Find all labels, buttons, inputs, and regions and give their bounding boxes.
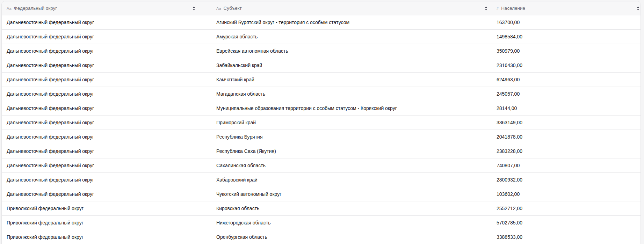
cell-federal-district[interactable]: Дальневосточный федеральный округ [2,105,211,111]
table-row[interactable]: Дальневосточный федеральный округ Хабаро… [2,173,641,187]
cell-population[interactable]: 1498584,00 [492,34,641,39]
table-row[interactable]: Дальневосточный федеральный округ Муници… [2,101,641,116]
grid-header-row: Аа Федеральный округ Аа Субъект # Населе [2,1,641,15]
table-row[interactable]: Дальневосточный федеральный округ Респуб… [2,130,641,144]
column-header-label: Субъект [224,6,242,11]
table-row[interactable]: Приволжский федеральный округ Кировская … [2,201,641,216]
table-row[interactable]: Дальневосточный федеральный округ Забайк… [2,58,641,73]
cell-federal-district[interactable]: Приволжский федеральный округ [2,206,211,211]
cell-federal-district[interactable]: Дальневосточный федеральный округ [2,20,211,25]
cell-population[interactable]: 2316430,00 [492,62,641,68]
table-row[interactable]: Дальневосточный федеральный округ Магада… [2,87,641,101]
cell-subject[interactable]: Еврейская автономная область [211,48,492,54]
cell-population[interactable]: 350979,00 [492,48,641,54]
table-row[interactable]: Дальневосточный федеральный округ Амурск… [2,30,641,44]
cell-population[interactable]: 245057,00 [492,91,641,97]
cell-subject[interactable]: Муниципальные образования территории с о… [211,105,492,111]
text-field-type-icon: Аа [216,6,221,10]
cell-subject[interactable]: Сахалинская область [211,163,492,168]
column-header-subject[interactable]: Аа Субъект [211,1,492,15]
table-row[interactable]: Дальневосточный федеральный округ Агинск… [2,15,641,30]
cell-subject[interactable]: Чукотский автономный округ [211,191,492,197]
cell-subject[interactable]: Республика Бурятия [211,134,492,140]
column-header-population[interactable]: # Население [492,1,641,15]
cell-population[interactable]: 103602,00 [492,191,641,197]
cell-federal-district[interactable]: Дальневосточный федеральный округ [2,134,211,140]
table-row[interactable]: Дальневосточный федеральный округ Респуб… [2,144,641,158]
table-row[interactable]: Приволжский федеральный округ Нижегородс… [2,216,641,230]
cell-federal-district[interactable]: Дальневосточный федеральный округ [2,148,211,154]
cell-population[interactable]: 28144,00 [492,105,641,111]
table-row[interactable]: Дальневосточный федеральный округ Чукотс… [2,187,641,201]
table-row[interactable]: Дальневосточный федеральный округ Сахали… [2,158,641,173]
number-field-type-icon: # [497,6,499,10]
cell-federal-district[interactable]: Дальневосточный федеральный округ [2,48,211,54]
column-header-label: Федеральный округ [14,6,57,11]
cell-federal-district[interactable]: Приволжский федеральный округ [2,220,211,225]
cell-population[interactable]: 5702785,00 [492,220,641,225]
grid-body: Дальневосточный федеральный округ Агинск… [2,15,641,244]
cell-subject[interactable]: Приморский край [211,120,492,125]
cell-population[interactable]: 2383228,00 [492,148,641,154]
cell-subject[interactable]: Амурская область [211,34,492,39]
cell-federal-district[interactable]: Дальневосточный федеральный округ [2,177,211,183]
cell-population[interactable]: 3388533,00 [492,234,641,240]
table-row[interactable]: Приволжский федеральный округ Оренбургск… [2,230,641,244]
cell-subject[interactable]: Агинский Бурятский округ - территория с … [211,20,492,25]
sort-toggle-icon[interactable] [637,6,639,10]
cell-subject[interactable]: Хабаровский край [211,177,492,183]
table-row[interactable]: Дальневосточный федеральный округ Еврейс… [2,44,641,58]
cell-population[interactable]: 624963,00 [492,77,641,82]
text-field-type-icon: Аа [7,6,12,10]
table-row[interactable]: Дальневосточный федеральный округ Камчат… [2,73,641,87]
cell-federal-district[interactable]: Дальневосточный федеральный округ [2,120,211,125]
cell-federal-district[interactable]: Приволжский федеральный округ [2,234,211,240]
sort-toggle-icon[interactable] [193,6,195,10]
sort-toggle-icon[interactable] [485,6,487,10]
data-grid: Аа Федеральный округ Аа Субъект # Населе [1,1,641,244]
cell-subject[interactable]: Кировская область [211,206,492,211]
column-header-federal-district[interactable]: Аа Федеральный округ [2,1,211,15]
cell-federal-district[interactable]: Дальневосточный федеральный округ [2,77,211,82]
cell-population[interactable]: 2552712,00 [492,206,641,211]
cell-population[interactable]: 3363149,00 [492,120,641,125]
cell-federal-district[interactable]: Дальневосточный федеральный округ [2,191,211,197]
cell-population[interactable]: 740807,00 [492,163,641,168]
cell-subject[interactable]: Камчатский край [211,77,492,82]
table-row[interactable]: Дальневосточный федеральный округ Примор… [2,116,641,130]
cell-subject[interactable]: Республика Саха (Якутия) [211,148,492,154]
cell-subject[interactable]: Оренбургская область [211,234,492,240]
cell-subject[interactable]: Магаданская область [211,91,492,97]
cell-federal-district[interactable]: Дальневосточный федеральный округ [2,163,211,168]
cell-subject[interactable]: Нижегородская область [211,220,492,225]
cell-population[interactable]: 163700,00 [492,20,641,25]
cell-federal-district[interactable]: Дальневосточный федеральный округ [2,62,211,68]
cell-federal-district[interactable]: Дальневосточный федеральный округ [2,34,211,39]
cell-federal-district[interactable]: Дальневосточный федеральный округ [2,91,211,97]
cell-subject[interactable]: Забайкальский край [211,62,492,68]
cell-population[interactable]: 2041878,00 [492,134,641,140]
column-header-label: Население [501,6,525,11]
cell-population[interactable]: 2800932,00 [492,177,641,183]
